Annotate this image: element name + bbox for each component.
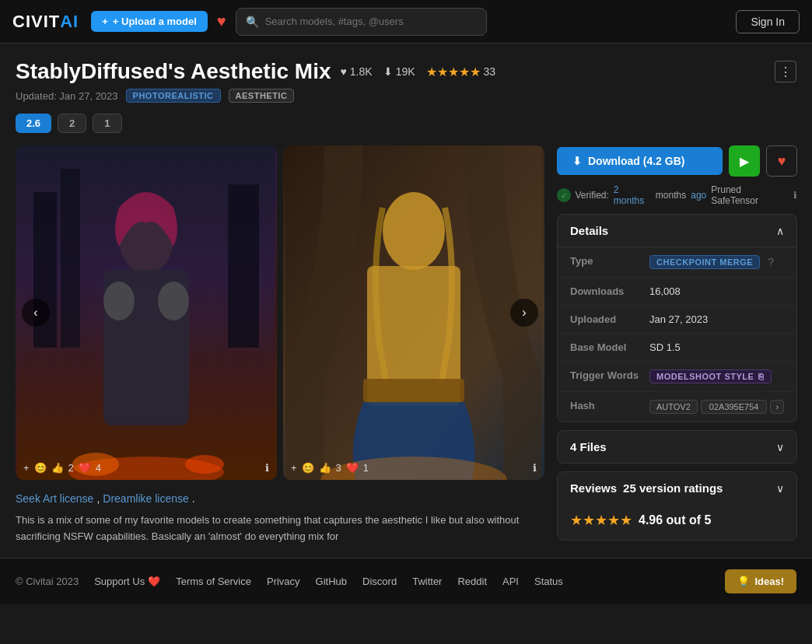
reviews-collapse-icon: ∨: [776, 482, 784, 495]
description-section: Seek Art license , Dreamlike license . T…: [16, 492, 544, 545]
image-card-right[interactable]: › + 😊 👍 3 ❤️ 1 ℹ: [283, 145, 544, 480]
reviews-panel-header[interactable]: Reviews 25 version ratings ∨: [558, 472, 796, 504]
type-badge: CHECKPOINT MERGE: [649, 255, 760, 269]
thumbs-count-left: 2: [68, 462, 74, 474]
favorite-button[interactable]: ♥: [766, 145, 797, 177]
subtitle-row: Updated: Jan 27, 2023 PHOTOREALISTIC AES…: [16, 89, 796, 103]
more-options-button[interactable]: ⋮: [775, 61, 796, 82]
smile-icon[interactable]: 😊: [34, 462, 47, 474]
svg-point-7: [158, 282, 189, 320]
details-collapse-icon: ∧: [776, 225, 784, 237]
image-card-left[interactable]: ‹ + 😊 👍 2 ❤️ 4 ℹ: [16, 145, 277, 480]
sign-in-button[interactable]: Sign In: [736, 10, 800, 33]
details-panel-body: Type CHECKPOINT MERGE ? Downloads 16,008…: [558, 247, 796, 422]
github-link[interactable]: GitHub: [316, 576, 347, 587]
type-question-icon[interactable]: ?: [768, 256, 774, 268]
header: CIVITAI + + Upload a model ♥ 🔍 Sign In: [0, 0, 812, 44]
reddit-link[interactable]: Reddit: [457, 576, 487, 587]
verified-ago-link[interactable]: ago: [691, 190, 706, 201]
rating-stat: ★★★★★ 33: [426, 65, 496, 79]
run-button[interactable]: ▶: [729, 145, 760, 177]
license-separator: ,: [96, 492, 100, 505]
detail-base-model-row: Base Model SD 1.5: [558, 334, 796, 362]
search-bar[interactable]: 🔍: [236, 8, 487, 36]
image-next-button[interactable]: ›: [510, 299, 538, 327]
model-title: StablyDiffused's Aesthetic Mix: [16, 59, 331, 84]
title-stats: ♥ 1.8K ⬇ 19K ★★★★★ 33: [341, 65, 496, 79]
smile-icon-right[interactable]: 😊: [302, 462, 314, 474]
tag-aesthetic[interactable]: AESTHETIC: [229, 89, 295, 103]
seek-art-license-link[interactable]: Seek Art license: [16, 492, 93, 505]
trigger-badge[interactable]: MODELSHOOT STYLE ⎘: [649, 369, 772, 383]
ideas-icon: 💡: [737, 576, 750, 587]
discord-link[interactable]: Discord: [362, 576, 397, 587]
ideas-button[interactable]: 💡 Ideas!: [725, 569, 796, 593]
detail-type-label: Type: [570, 255, 640, 267]
detail-uploaded-value: Jan 27, 2023: [649, 313, 708, 325]
terms-link[interactable]: Terms of Service: [176, 576, 251, 587]
verified-text: Verified:: [576, 190, 609, 201]
image-info-icon-right[interactable]: ℹ: [533, 462, 537, 474]
reviews-title: Reviews: [570, 481, 617, 495]
detail-base-model-value: SD 1.5: [649, 341, 681, 353]
ideas-label: Ideas!: [754, 576, 784, 587]
pruned-text: Pruned SafeTensor: [711, 184, 789, 206]
version-btn-1[interactable]: 1: [93, 114, 121, 133]
detail-uploaded-label: Uploaded: [570, 313, 640, 325]
search-icon: 🔍: [246, 16, 259, 28]
detail-type-row: Type CHECKPOINT MERGE ?: [558, 247, 796, 278]
image-info-icon-left[interactable]: ℹ: [265, 462, 269, 474]
logo[interactable]: CIVITAI: [12, 12, 79, 32]
detail-downloads-label: Downloads: [570, 285, 640, 297]
add-reaction-icon[interactable]: +: [23, 462, 30, 474]
trigger-copy-icon[interactable]: ⎘: [758, 372, 765, 381]
download-area: ⬇ Download (4.2 GB) ▶ ♥: [557, 145, 797, 177]
search-input[interactable]: [265, 16, 477, 27]
support-us-link[interactable]: Support Us ❤️: [94, 576, 160, 587]
logo-civit: CIVIT: [12, 12, 60, 32]
image-visual-left: [16, 145, 277, 480]
detail-downloads-value: 16,008: [649, 285, 681, 297]
heart-reaction-icon-right[interactable]: ❤️: [346, 462, 359, 474]
version-btn-2[interactable]: 2: [58, 114, 86, 133]
tag-photorealistic[interactable]: PHOTOREALISTIC: [126, 89, 221, 103]
license-links: Seek Art license , Dreamlike license .: [16, 492, 544, 505]
details-panel-header[interactable]: Details ∧: [558, 215, 796, 247]
api-link[interactable]: API: [502, 576, 519, 587]
files-panel-header[interactable]: 4 Files ∨: [558, 431, 796, 463]
review-stars: ★★★★★: [570, 512, 632, 529]
logo-ai: AI: [60, 12, 79, 32]
info-section: ⬇ Download (4.2 GB) ▶ ♥ ✓ Verified: 2 mo…: [557, 145, 797, 545]
dreamlike-license-link[interactable]: Dreamlike license: [103, 492, 188, 505]
details-title: Details: [570, 224, 608, 237]
heart-reaction-icon[interactable]: ❤️: [79, 462, 91, 474]
images-section: ‹ + 😊 👍 2 ❤️ 4 ℹ: [16, 145, 544, 545]
downloads-stat: ⬇ 19K: [383, 65, 415, 78]
support-heart-icon: ❤️: [148, 576, 160, 587]
images-grid: ‹ + 😊 👍 2 ❤️ 4 ℹ: [16, 145, 544, 480]
detail-trigger-row: Trigger Words MODELSHOOT STYLE ⎘: [558, 362, 796, 392]
reaction-group-left: + 😊 👍 2 ❤️ 4: [23, 462, 101, 474]
upload-button[interactable]: + + Upload a model: [91, 11, 208, 32]
verified-time-link[interactable]: 2 months: [614, 184, 651, 206]
detail-base-model-label: Base Model: [570, 341, 640, 353]
add-reaction-icon-right[interactable]: +: [291, 462, 297, 474]
image-prev-button[interactable]: ‹: [22, 299, 50, 327]
footer: © Civitai 2023 Support Us ❤️ Terms of Se…: [0, 558, 812, 604]
thumbs-up-icon[interactable]: 👍: [51, 462, 64, 474]
reviews-panel: Reviews 25 version ratings ∨ ★★★★★ 4.96 …: [557, 471, 797, 541]
thumbs-up-icon-right[interactable]: 👍: [319, 462, 331, 474]
likes-stat: ♥ 1.8K: [341, 65, 373, 78]
privacy-link[interactable]: Privacy: [267, 576, 300, 587]
review-rating-value: 4.96 out of 5: [639, 513, 711, 527]
heart-count-left: 4: [96, 462, 101, 474]
download-button[interactable]: ⬇ Download (4.2 GB): [557, 147, 723, 175]
verified-info-icon[interactable]: ℹ: [793, 190, 797, 201]
twitter-link[interactable]: Twitter: [412, 576, 442, 587]
downloads-count: 19K: [396, 65, 415, 78]
favorites-icon[interactable]: ♥: [217, 12, 226, 30]
hash-arrow-button[interactable]: ›: [770, 400, 784, 414]
hash-value: 02A395E754: [701, 400, 768, 414]
status-link[interactable]: Status: [534, 576, 563, 587]
version-btn-26[interactable]: 2.6: [16, 114, 51, 133]
